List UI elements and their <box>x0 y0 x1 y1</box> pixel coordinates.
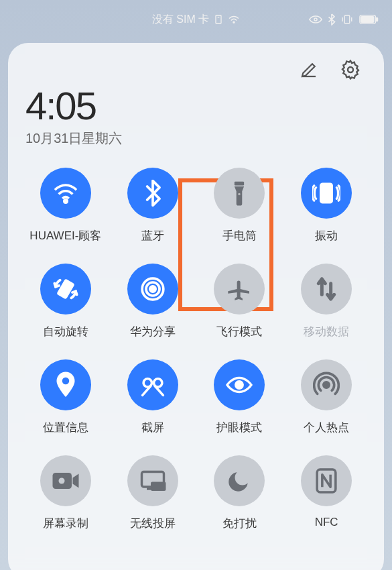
sim-status-text: 没有 SIM 卡 <box>152 13 209 27</box>
bluetooth-icon <box>127 168 178 219</box>
tile-label: 自动旋转 <box>43 324 88 339</box>
tile-label: 护眼模式 <box>216 420 262 435</box>
svg-rect-5 <box>376 17 377 21</box>
svg-rect-6 <box>361 17 374 23</box>
record-icon <box>40 455 91 506</box>
qs-tile-hotspot[interactable]: 个人热点 <box>286 359 367 435</box>
qs-tile-nfc[interactable]: NFC <box>286 455 367 531</box>
quick-settings-grid: HUAWEI-顾客蓝牙手电筒振动自动旋转华为分享飞行模式移动数据位置信息截屏护眼… <box>25 168 367 531</box>
qs-tile-rotate[interactable]: 自动旋转 <box>25 264 106 339</box>
svg-rect-24 <box>151 482 166 492</box>
tile-label: 截屏 <box>141 420 164 435</box>
svg-point-16 <box>62 378 70 385</box>
sim-card-icon <box>213 14 224 25</box>
date-text: 10月31日星期六 <box>25 129 367 148</box>
tile-label: 无线投屏 <box>130 516 176 531</box>
dnd-icon <box>214 455 265 506</box>
wifi-status-icon <box>228 15 240 24</box>
svg-point-13 <box>149 286 155 292</box>
svg-point-2 <box>314 18 317 21</box>
svg-rect-9 <box>235 182 244 186</box>
tile-label: 蓝牙 <box>141 228 164 243</box>
rotate-icon <box>40 264 91 315</box>
settings-button[interactable] <box>338 58 363 82</box>
svg-point-1 <box>233 21 235 23</box>
qs-tile-dnd[interactable]: 免打扰 <box>200 455 280 531</box>
edit-button[interactable] <box>297 58 321 82</box>
qs-tile-bluetooth[interactable]: 蓝牙 <box>113 168 193 243</box>
qs-tile-record[interactable]: 屏幕录制 <box>25 455 106 531</box>
qs-tile-vibrate[interactable]: 振动 <box>286 168 367 243</box>
svg-point-19 <box>236 382 243 389</box>
tile-label: 屏幕录制 <box>43 516 88 531</box>
quick-settings-panel: 4:05 10月31日星期六 HUAWEI-顾客蓝牙手电筒振动自动旋转华为分享飞… <box>8 43 384 570</box>
eye-status-icon <box>309 15 322 24</box>
screenshot-icon <box>127 359 178 410</box>
qs-tile-location[interactable]: 位置信息 <box>25 359 106 435</box>
tile-label: 移动数据 <box>304 324 349 339</box>
qs-tile-wifi[interactable]: HUAWEI-顾客 <box>25 168 106 243</box>
qs-tile-mobiledata[interactable]: 移动数据 <box>286 264 367 339</box>
nfc-icon <box>301 455 352 506</box>
svg-point-7 <box>348 67 353 72</box>
wifi-icon <box>40 168 91 219</box>
hotspot-icon <box>301 359 352 410</box>
bluetooth-status-icon <box>328 13 336 25</box>
svg-rect-3 <box>344 15 350 23</box>
qs-tile-share[interactable]: 华为分享 <box>113 264 193 339</box>
battery-status-icon <box>358 15 379 24</box>
svg-point-22 <box>58 478 64 484</box>
tile-label: 手电筒 <box>222 228 257 243</box>
qs-tile-airplane[interactable]: 飞行模式 <box>200 264 280 339</box>
flashlight-icon <box>214 168 265 219</box>
vibrate-status-icon <box>341 14 353 25</box>
svg-point-20 <box>324 382 329 388</box>
qs-tile-cast[interactable]: 无线投屏 <box>113 455 193 531</box>
svg-rect-0 <box>216 15 221 23</box>
mobiledata-icon <box>301 264 352 315</box>
qs-tile-flashlight[interactable]: 手电筒 <box>200 168 280 243</box>
share-icon <box>127 264 178 315</box>
svg-point-8 <box>64 200 67 203</box>
clock-time: 4:05 <box>25 83 367 128</box>
location-icon <box>40 359 91 410</box>
tile-label: 振动 <box>315 228 338 243</box>
tile-label: 免打扰 <box>222 516 257 531</box>
qs-tile-screenshot[interactable]: 截屏 <box>113 359 193 435</box>
tile-label: NFC <box>315 516 338 529</box>
eyecare-icon <box>214 359 265 410</box>
tile-label: 飞行模式 <box>216 324 262 339</box>
vibrate-icon <box>301 168 352 219</box>
svg-rect-11 <box>321 184 332 203</box>
cast-icon <box>127 455 178 506</box>
status-bar: 没有 SIM 卡 <box>0 0 392 36</box>
qs-tile-eyecare[interactable]: 护眼模式 <box>200 359 280 435</box>
tile-label: 华为分享 <box>130 324 176 339</box>
airplane-icon <box>214 264 265 315</box>
svg-point-10 <box>239 193 241 195</box>
tile-label: HUAWEI-顾客 <box>29 228 101 243</box>
tile-label: 位置信息 <box>43 420 88 435</box>
tile-label: 个人热点 <box>304 420 349 435</box>
